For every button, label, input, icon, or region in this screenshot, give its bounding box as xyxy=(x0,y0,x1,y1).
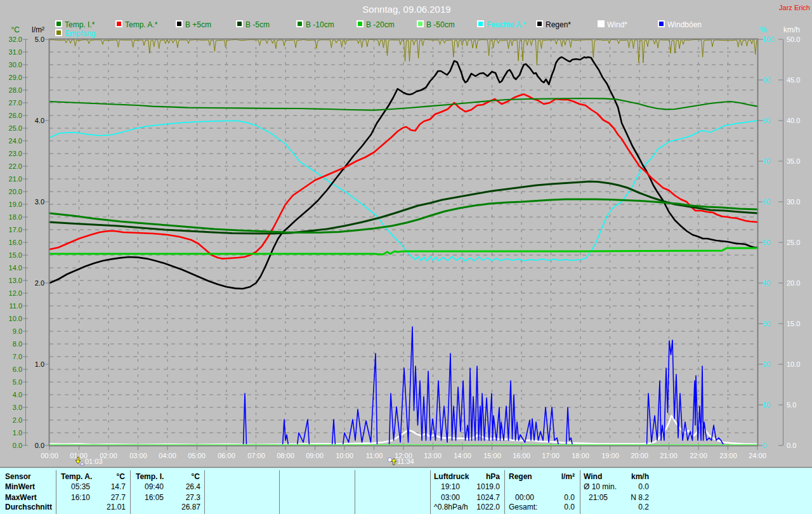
svg-text:14.0: 14.0 xyxy=(9,264,22,272)
svg-text:07:00: 07:00 xyxy=(247,452,265,459)
svg-text:Temp. I.: Temp. I. xyxy=(136,472,164,481)
svg-text:00:00: 00:00 xyxy=(515,493,534,502)
svg-text:21.0: 21.0 xyxy=(9,175,22,183)
svg-text:9.0: 9.0 xyxy=(13,327,22,335)
svg-text:B -5cm: B -5cm xyxy=(246,20,270,29)
svg-text:16.0: 16.0 xyxy=(9,239,22,246)
svg-text:Luftdruck: Luftdruck xyxy=(434,472,469,481)
svg-text:16:05: 16:05 xyxy=(145,493,164,502)
svg-text:40.0: 40.0 xyxy=(787,117,800,124)
svg-text:B -10cm: B -10cm xyxy=(306,20,334,29)
svg-text:20.0: 20.0 xyxy=(787,279,800,287)
svg-text:Windböen: Windböen xyxy=(667,20,702,29)
svg-text:21.01: 21.01 xyxy=(107,503,126,511)
svg-text:20.0: 20.0 xyxy=(9,188,22,195)
svg-text:80: 80 xyxy=(763,117,770,124)
svg-text:0.0: 0.0 xyxy=(564,493,575,502)
svg-text:%: % xyxy=(760,25,767,34)
svg-text:Temp. A.: Temp. A. xyxy=(61,472,92,481)
svg-text:0.0: 0.0 xyxy=(35,442,44,449)
svg-text:km/h: km/h xyxy=(783,25,800,34)
svg-text:5.0: 5.0 xyxy=(13,378,22,386)
svg-text:15.0: 15.0 xyxy=(787,320,800,327)
svg-text:13:00: 13:00 xyxy=(424,452,442,459)
svg-text:Regen: Regen xyxy=(509,472,532,481)
svg-text:22.0: 22.0 xyxy=(9,162,22,170)
svg-text:0.0: 0.0 xyxy=(787,442,796,449)
svg-text:Sensor: Sensor xyxy=(5,472,31,481)
svg-text:Feuchte A.*: Feuchte A.* xyxy=(487,20,526,29)
svg-text:4.0: 4.0 xyxy=(35,117,44,124)
svg-text:19:10: 19:10 xyxy=(441,482,460,491)
svg-text:B -20cm: B -20cm xyxy=(366,20,395,29)
svg-text:30.0: 30.0 xyxy=(9,61,22,69)
svg-text:45.0: 45.0 xyxy=(787,76,800,84)
svg-text:30: 30 xyxy=(763,320,770,327)
svg-text:11.0: 11.0 xyxy=(9,302,22,310)
svg-text:09:40: 09:40 xyxy=(145,482,164,491)
svg-text:5.0: 5.0 xyxy=(35,36,44,43)
svg-text:10.0: 10.0 xyxy=(787,360,800,368)
svg-text:50: 50 xyxy=(763,239,770,246)
svg-text:Gesamt:: Gesamt: xyxy=(509,503,537,511)
svg-text:l/m²: l/m² xyxy=(32,25,44,34)
svg-text:hPa: hPa xyxy=(486,472,500,481)
svg-text:16:10: 16:10 xyxy=(71,493,90,502)
svg-text:25.0: 25.0 xyxy=(787,239,800,246)
svg-text:17.0: 17.0 xyxy=(9,226,22,234)
svg-text:Ø 10 min.: Ø 10 min. xyxy=(584,482,617,491)
svg-text:°C: °C xyxy=(117,472,126,481)
svg-text:4.0: 4.0 xyxy=(13,391,22,399)
svg-text:6.0: 6.0 xyxy=(13,366,22,373)
svg-text:18.0: 18.0 xyxy=(9,213,22,221)
svg-text:12.0: 12.0 xyxy=(9,289,22,297)
svg-text:1.0: 1.0 xyxy=(35,360,44,368)
svg-text:Jarz Erich: Jarz Erich xyxy=(779,4,810,11)
svg-text:05:35: 05:35 xyxy=(71,482,90,491)
svg-text:MaxWert: MaxWert xyxy=(5,493,37,502)
svg-text:23.0: 23.0 xyxy=(9,150,22,157)
svg-text:Regen*: Regen* xyxy=(546,20,571,29)
svg-text:03:00: 03:00 xyxy=(441,493,460,502)
svg-text:25.0: 25.0 xyxy=(9,124,22,132)
svg-text:N 8.2: N 8.2 xyxy=(631,493,649,502)
svg-text:30.0: 30.0 xyxy=(787,198,800,206)
svg-text:20: 20 xyxy=(763,360,770,368)
svg-text:23:00: 23:00 xyxy=(719,452,737,459)
svg-text:^0.8hPa/h: ^0.8hPa/h xyxy=(434,503,468,511)
svg-text:03:00: 03:00 xyxy=(129,452,147,459)
svg-text:Wind: Wind xyxy=(584,472,602,481)
svg-text:Temp. I.*: Temp. I.* xyxy=(65,20,95,29)
svg-text:Wind*: Wind* xyxy=(607,20,627,29)
svg-text:21:05: 21:05 xyxy=(589,493,608,502)
svg-text:1.0: 1.0 xyxy=(13,429,22,437)
svg-text:26.0: 26.0 xyxy=(9,112,22,119)
svg-text:50.0: 50.0 xyxy=(787,36,800,43)
svg-text:1019.0: 1019.0 xyxy=(476,482,500,491)
svg-text:26.87: 26.87 xyxy=(181,503,200,511)
svg-text:09:00: 09:00 xyxy=(306,452,324,459)
svg-text:10:00: 10:00 xyxy=(336,452,353,459)
svg-text:Durchschnitt: Durchschnitt xyxy=(5,503,52,511)
svg-text:16:00: 16:00 xyxy=(513,452,530,459)
svg-text:22:00: 22:00 xyxy=(690,452,707,459)
svg-text:°C: °C xyxy=(11,25,20,34)
svg-text:21:00: 21:00 xyxy=(660,452,678,459)
svg-text:Sonntag, 09.06.2019: Sonntag, 09.06.2019 xyxy=(362,4,450,15)
svg-text:10: 10 xyxy=(763,401,770,409)
svg-text:8.0: 8.0 xyxy=(13,340,22,348)
svg-text:00:00: 00:00 xyxy=(41,452,58,459)
svg-text:MinWert: MinWert xyxy=(5,482,35,491)
svg-text:18:00: 18:00 xyxy=(572,452,589,459)
svg-text:19.0: 19.0 xyxy=(9,201,22,208)
svg-text:B +5cm: B +5cm xyxy=(185,20,211,29)
svg-text:13.0: 13.0 xyxy=(9,277,22,284)
svg-text:11:00: 11:00 xyxy=(366,452,383,459)
svg-text:°C: °C xyxy=(192,472,200,481)
svg-text:24:00: 24:00 xyxy=(749,452,766,459)
svg-text:Temp. A.*: Temp. A.* xyxy=(125,20,158,29)
svg-text:05:00: 05:00 xyxy=(188,452,206,459)
svg-text:31.0: 31.0 xyxy=(9,48,22,56)
svg-text:01:03: 01:03 xyxy=(85,458,103,465)
svg-text:2.0: 2.0 xyxy=(35,279,44,287)
